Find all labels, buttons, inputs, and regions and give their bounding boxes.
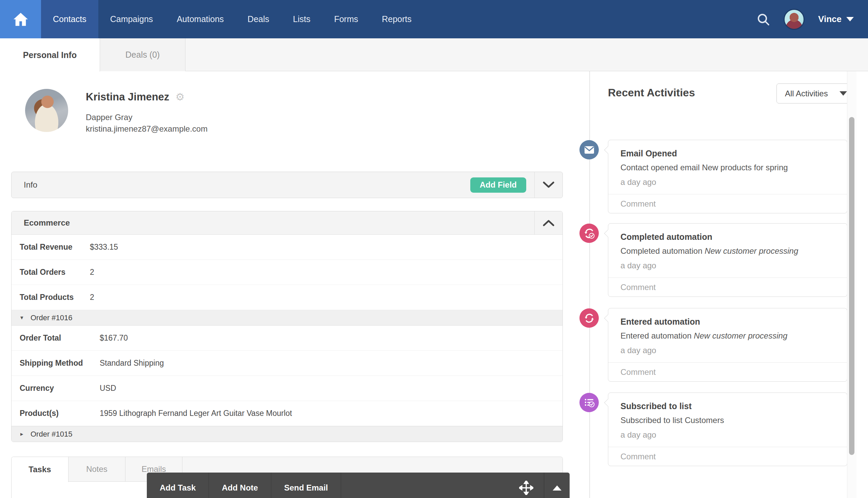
activity-title: Entered automation <box>620 317 835 327</box>
action-toolbar: Add Task Add Note Send Email <box>147 473 570 498</box>
activity-title: Email Opened <box>620 148 835 158</box>
search-icon[interactable] <box>757 13 770 26</box>
add-field-button[interactable]: Add Field <box>470 178 526 193</box>
nav-item-reports[interactable]: Reports <box>370 0 424 38</box>
activity-description: Contact opened email New products for sp… <box>620 163 835 172</box>
email-opened-icon <box>579 140 599 159</box>
ecom-row-total-orders: Total Orders 2 <box>12 260 562 285</box>
comment-input[interactable]: Comment <box>608 362 847 381</box>
user-menu[interactable]: Vince <box>818 14 854 24</box>
row-value: USD <box>100 384 116 393</box>
order-1015-toggle[interactable]: ▸ Order #1015 <box>12 426 562 442</box>
row-value: 1959 Lithograph Fernand Leger Art Guitar… <box>100 409 292 418</box>
contact-name: Kristina Jimenez <box>86 91 169 103</box>
activity-card-subscribed-to-list: Subscribed to list Subscribed to list Cu… <box>608 393 847 466</box>
triangle-up-icon <box>553 485 561 490</box>
order-label: Order #1016 <box>30 313 72 322</box>
recent-activities-title: Recent Activities <box>608 87 695 99</box>
chevron-down-icon <box>543 182 555 188</box>
ecom-row-total-revenue: Total Revenue $333.15 <box>12 235 562 260</box>
row-label: Currency <box>20 384 100 393</box>
order-row-currency: Currency USD <box>12 376 562 401</box>
activity-description: Entered automation New customer processi… <box>620 331 835 341</box>
comment-input[interactable]: Comment <box>608 447 847 466</box>
triangle-down-icon: ▾ <box>21 314 30 321</box>
user-avatar[interactable] <box>784 9 805 30</box>
info-panel-title: Info <box>12 172 37 198</box>
activity-title: Completed automation <box>620 232 835 242</box>
dropdown-caret-icon <box>840 91 847 96</box>
add-note-button[interactable]: Add Note <box>209 473 271 498</box>
tab-notes[interactable]: Notes <box>68 457 125 481</box>
activity-timestamp: a day ago <box>620 346 835 355</box>
ecommerce-panel: Ecommerce Total Revenue $333.15 Total Or… <box>11 211 563 442</box>
row-label: Order Total <box>20 333 100 343</box>
row-value: Standard Shipping <box>100 358 164 368</box>
row-value: 2 <box>90 293 94 302</box>
activity-title: Subscribed to list <box>620 401 835 411</box>
contact-tab-strip: Personal Info Deals (0) <box>0 38 868 71</box>
contact-detail-page: Contacts Campaigns Automations Deals Lis… <box>0 0 868 498</box>
top-nav: Contacts Campaigns Automations Deals Lis… <box>0 0 868 38</box>
automation-completed-icon <box>579 224 599 243</box>
home-button[interactable] <box>0 0 41 38</box>
order-label: Order #1015 <box>30 430 72 438</box>
ecom-row-total-products: Total Products 2 <box>12 285 562 310</box>
nav-item-campaigns[interactable]: Campaigns <box>98 0 165 38</box>
comment-input[interactable]: Comment <box>608 277 847 297</box>
row-label: Total Revenue <box>20 243 90 252</box>
user-menu-caret-icon <box>846 17 854 21</box>
add-task-button[interactable]: Add Task <box>147 473 209 498</box>
activity-filter-dropdown[interactable]: All Activities <box>776 83 855 104</box>
order-row-products: Product(s) 1959 Lithograph Fernand Leger… <box>12 401 562 426</box>
info-panel: Info Add Field <box>11 172 563 198</box>
triangle-right-icon: ▸ <box>21 431 30 437</box>
row-label: Total Orders <box>20 268 90 277</box>
activity-timestamp: a day ago <box>620 261 835 270</box>
activity-timeline-line <box>589 71 590 498</box>
info-panel-expand-button[interactable] <box>535 172 562 198</box>
row-label: Shipping Method <box>20 358 100 368</box>
comment-input[interactable]: Comment <box>608 194 847 213</box>
scrollbar-thumb[interactable] <box>849 117 854 455</box>
home-icon <box>13 12 28 27</box>
row-label: Product(s) <box>20 409 100 418</box>
row-label: Total Products <box>20 293 90 302</box>
row-value: $167.70 <box>100 333 128 343</box>
activity-timestamp: a day ago <box>620 178 835 187</box>
order-row-total: Order Total $167.70 <box>12 326 562 351</box>
nav-item-deals[interactable]: Deals <box>236 0 281 38</box>
order-1016-toggle[interactable]: ▾ Order #1016 <box>12 310 562 326</box>
list-subscribed-icon <box>579 393 599 412</box>
toolbar-collapse-button[interactable] <box>544 473 570 498</box>
nav-item-lists[interactable]: Lists <box>281 0 322 38</box>
ecommerce-panel-title: Ecommerce <box>12 211 70 234</box>
nav-item-automations[interactable]: Automations <box>165 0 236 38</box>
toolbar-move-handle[interactable] <box>509 473 544 498</box>
automation-entered-icon <box>579 309 599 328</box>
tab-tasks[interactable]: Tasks <box>12 457 68 482</box>
row-value: $333.15 <box>90 243 118 252</box>
activity-card-completed-automation: Completed automation Completed automatio… <box>608 223 847 297</box>
user-name-label: Vince <box>818 14 842 24</box>
activity-card-entered-automation: Entered automation Entered automation Ne… <box>608 308 847 382</box>
row-value: 2 <box>90 268 94 277</box>
nav-right-group: Vince <box>757 0 868 38</box>
tab-personal-info[interactable]: Personal Info <box>0 38 100 71</box>
nav-item-contacts[interactable]: Contacts <box>41 0 98 38</box>
move-icon <box>519 481 533 495</box>
activity-card-email-opened: Email Opened Contact opened email New pr… <box>608 140 847 213</box>
nav-item-forms[interactable]: Forms <box>322 0 370 38</box>
send-email-button[interactable]: Send Email <box>271 473 341 498</box>
chevron-up-icon <box>543 220 555 226</box>
contact-email: kristina.jimenez87@example.com <box>86 124 208 134</box>
activity-description: Subscribed to list Customers <box>620 416 835 425</box>
activity-timestamp: a day ago <box>620 430 835 440</box>
order-row-shipping: Shipping Method Standard Shipping <box>12 351 562 376</box>
contact-settings-gear-icon[interactable]: ⚙ <box>175 92 185 102</box>
contact-company: Dapper Gray <box>86 113 132 122</box>
tab-deals[interactable]: Deals (0) <box>100 38 186 71</box>
contact-avatar <box>25 89 68 132</box>
ecommerce-panel-collapse-button[interactable] <box>535 211 562 234</box>
activity-filter-value: All Activities <box>785 89 828 99</box>
